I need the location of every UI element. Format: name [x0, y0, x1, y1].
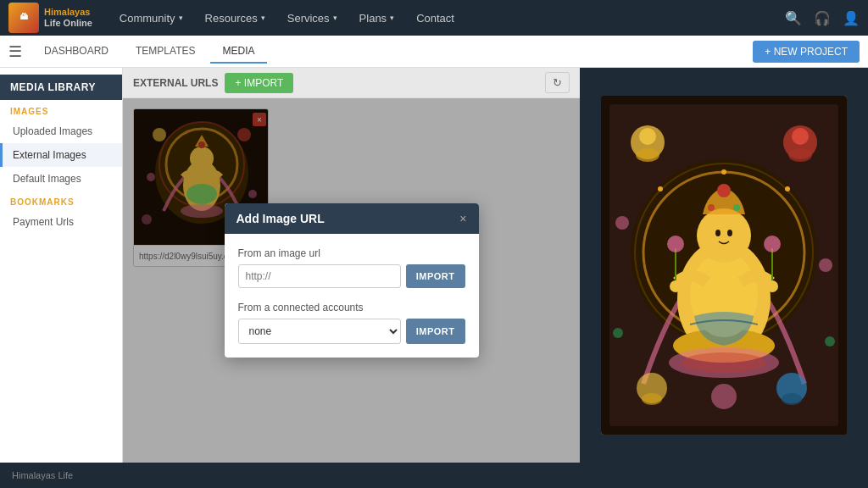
accounts-select-row: none Google Drive Dropbox IMPORT	[238, 319, 465, 344]
url-input-row: IMPORT	[238, 264, 465, 288]
svg-point-50	[615, 216, 629, 230]
search-icon[interactable]: 🔍	[785, 10, 802, 26]
sidebar-item-uploaded-images[interactable]: Uploaded Images	[0, 119, 122, 143]
chevron-down-icon: ▾	[179, 14, 183, 22]
nav-resources[interactable]: Resources ▾	[195, 5, 275, 31]
svg-point-34	[717, 184, 731, 197]
url-section-label: From an image url	[238, 247, 465, 259]
svg-point-52	[613, 328, 623, 338]
large-thangka-preview	[601, 96, 847, 435]
svg-point-35	[708, 204, 715, 211]
footer-brand: Himalayas Life	[12, 470, 73, 480]
footer: Himalayas Life	[0, 463, 868, 488]
svg-point-56	[721, 169, 726, 175]
svg-point-28	[667, 236, 684, 252]
logo-text: HimalayasLife Online	[44, 7, 92, 29]
content-tab-label: EXTERNAL URLS	[133, 77, 218, 89]
new-project-button[interactable]: + NEW PROJECT	[753, 41, 860, 63]
nav-items: Community ▾ Resources ▾ Services ▾ Plans…	[109, 5, 785, 31]
secondary-toolbar: ☰ DASHBOARD TEMPLATES MEDIA + NEW PROJEC…	[0, 36, 868, 68]
modal-header: Add Image URL ×	[225, 203, 479, 234]
sidebar-section-images: IMAGES	[0, 100, 122, 119]
content-toolbar: EXTERNAL URLS + IMPORT ↻	[123, 68, 580, 98]
sidebar-title: MEDIA LIBRARY	[0, 75, 122, 100]
tab-templates[interactable]: TEMPLATES	[124, 40, 207, 64]
svg-point-40	[636, 148, 659, 162]
refresh-button[interactable]: ↻	[545, 72, 570, 93]
svg-point-41	[639, 128, 656, 145]
modal-title: Add Image URL	[236, 212, 325, 225]
svg-point-33	[727, 230, 732, 236]
svg-point-55	[785, 186, 790, 191]
media-grid: × https://d2l0wy9lsui5uy.c ⋮ Add Image U…	[123, 98, 580, 463]
import-button[interactable]: + IMPORT	[225, 73, 293, 93]
nav-community[interactable]: Community ▾	[109, 5, 193, 31]
svg-point-32	[715, 230, 721, 236]
nav-services[interactable]: Services ▾	[277, 5, 348, 31]
svg-point-25	[670, 280, 682, 292]
modal-body: From an image url IMPORT From a connecte…	[225, 234, 479, 358]
nav-icons: 🔍 🎧 👤	[785, 10, 860, 26]
url-import-button[interactable]: IMPORT	[406, 264, 465, 288]
svg-point-30	[764, 236, 781, 252]
sidebar-item-payment-urls[interactable]: Payment Urls	[0, 210, 122, 234]
main-layout: MEDIA LIBRARY IMAGES Uploaded Images Ext…	[0, 68, 868, 463]
chevron-down-icon: ▾	[390, 14, 394, 22]
sidebar: MEDIA LIBRARY IMAGES Uploaded Images Ext…	[0, 68, 123, 463]
url-input[interactable]	[238, 264, 401, 288]
chevron-down-icon: ▾	[333, 14, 337, 22]
svg-point-53	[825, 336, 835, 347]
modal-overlay: Add Image URL × From an image url IMPORT…	[123, 98, 580, 463]
tab-media[interactable]: MEDIA	[210, 40, 266, 64]
svg-point-38	[682, 352, 766, 373]
svg-point-36	[733, 204, 740, 211]
sidebar-item-default-images[interactable]: Default Images	[0, 167, 122, 191]
add-image-url-modal: Add Image URL × From an image url IMPORT…	[225, 203, 479, 358]
logo[interactable]: 🏔 HimalayasLife Online	[8, 3, 92, 33]
svg-point-31	[697, 208, 751, 263]
hamburger-icon[interactable]: ☰	[8, 42, 22, 61]
accounts-import-button[interactable]: IMPORT	[406, 319, 465, 344]
logo-icon: 🏔	[8, 3, 39, 33]
right-panel	[580, 68, 868, 463]
svg-point-44	[792, 128, 809, 145]
tab-dashboard[interactable]: DASHBOARD	[32, 40, 120, 64]
svg-point-46	[642, 393, 662, 405]
sidebar-section-bookmarks: BOOKMARKS	[0, 191, 122, 210]
svg-point-49	[711, 384, 737, 409]
top-navigation: 🏔 HimalayasLife Online Community ▾ Resou…	[0, 0, 868, 36]
svg-point-54	[658, 186, 663, 191]
headset-icon[interactable]: 🎧	[814, 10, 831, 26]
nav-plans[interactable]: Plans ▾	[349, 5, 405, 31]
user-icon[interactable]: 👤	[843, 10, 860, 26]
accounts-select[interactable]: none Google Drive Dropbox	[238, 319, 401, 344]
svg-point-48	[782, 393, 802, 405]
nav-contact[interactable]: Contact	[406, 5, 465, 31]
svg-point-43	[788, 148, 812, 162]
modal-close-button[interactable]: ×	[459, 212, 466, 225]
svg-point-51	[819, 258, 832, 272]
chevron-down-icon: ▾	[261, 14, 265, 22]
sidebar-item-external-images[interactable]: External Images	[0, 143, 122, 167]
accounts-section-label: From a connected accounts	[238, 302, 465, 313]
content-area: EXTERNAL URLS + IMPORT ↻	[123, 68, 580, 463]
svg-point-26	[766, 280, 778, 292]
